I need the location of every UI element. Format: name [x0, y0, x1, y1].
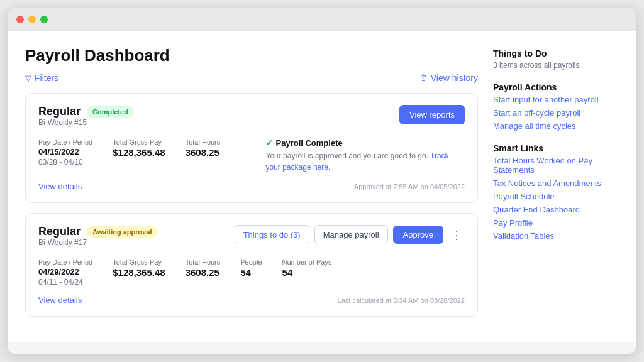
metric-date-value-2: 04/29/2022 — [38, 267, 92, 277]
minimize-button[interactable] — [28, 16, 36, 23]
card-info-title: ✓ Payroll Complete — [266, 138, 465, 148]
card-subtitle-awaiting: Bi-Weekly #17 — [38, 238, 158, 247]
view-reports-button[interactable]: View reports — [399, 105, 465, 124]
metric-date-sub-2: 04/11 - 04/24 — [38, 278, 92, 287]
metric-hours-value-2: 3608.25 — [186, 267, 221, 278]
view-details-link-completed[interactable]: View details — [38, 182, 82, 191]
payroll-card-completed: Regular Completed Bi-Weekly #15 View rep… — [25, 93, 478, 203]
page-content: Payroll Dashboard ▽ Filters ⏱ View histo… — [8, 31, 636, 342]
info-title-text: Payroll Complete — [276, 138, 343, 148]
badge-completed: Completed — [87, 106, 134, 118]
check-icon: ✓ — [266, 138, 273, 148]
metric-date-sub: 03/28 - 04/10 — [38, 158, 92, 167]
metric-hours-value: 3608.25 — [186, 147, 221, 158]
card-info-completed: ✓ Payroll Complete Your payroll is appro… — [253, 138, 465, 173]
card-title-awaiting: Regular — [38, 225, 80, 238]
badge-awaiting: Awaiting approval — [87, 226, 158, 238]
metric-label-num-pays: Number of Pays — [282, 258, 332, 266]
filters-label: Filters — [35, 73, 58, 83]
sidebar-link-start-input[interactable]: Start input for another payroll — [493, 95, 619, 104]
metric-label-people: People — [240, 258, 262, 266]
view-details-link-awaiting[interactable]: View details — [38, 295, 82, 305]
metric-pay-date-2: Pay Date / Period 04/29/2022 04/11 - 04/… — [38, 258, 92, 287]
metric-gross-pay-2: Total Gross Pay $128,365.48 — [113, 258, 165, 287]
filters-button[interactable]: ▽ Filters — [25, 73, 58, 83]
metric-label-hours: Total Hours — [186, 138, 221, 146]
approved-status-text: Approved at 7:55 AM on 04/05/2022 — [354, 183, 465, 190]
sidebar-heading-things-to-do: Things to Do — [493, 48, 619, 58]
metric-num-pays: Number of Pays 54 — [282, 258, 332, 287]
card-metrics-awaiting: Pay Date / Period 04/29/2022 04/11 - 04/… — [38, 258, 465, 287]
things-todo-button[interactable]: Things to do (3) — [235, 225, 309, 244]
view-history-label: View history — [431, 73, 478, 83]
card-body-completed: Pay Date / Period 04/15/2022 03/28 - 04/… — [38, 138, 465, 173]
page-title: Payroll Dashboard — [25, 46, 478, 65]
card-subtitle-completed: Bi-Weekly #15 — [38, 118, 134, 127]
sidebar-link-tax-notices[interactable]: Tax Notices and Amendments — [493, 178, 619, 188]
sidebar-smart-links: Smart Links Total Hours Worked on Pay St… — [493, 143, 619, 241]
titlebar — [8, 8, 636, 31]
card-footer-completed: View details Approved at 7:55 AM on 04/0… — [38, 182, 465, 191]
metric-label-gross: Total Gross Pay — [113, 138, 165, 146]
card-footer-awaiting: View details Last calculated at 5:34 AM … — [38, 295, 465, 305]
close-button[interactable] — [16, 16, 24, 23]
metric-label-pay-date: Pay Date / Period — [38, 138, 92, 146]
metric-people-value: 54 — [240, 267, 262, 278]
sidebar-heading-smart-links: Smart Links — [493, 143, 619, 153]
card-title-row-awaiting: Regular Awaiting approval — [38, 225, 158, 238]
sidebar-subtext-things-to-do: 3 items across all payrolls — [493, 61, 619, 70]
calculated-status-text: Last calculated at 5:34 AM on 03/28/2022 — [338, 297, 465, 304]
sidebar-link-off-cycle[interactable]: Start an off-cycle payroll — [493, 108, 619, 118]
more-options-button[interactable]: ⋮ — [448, 228, 465, 242]
card-metrics-completed: Pay Date / Period 04/15/2022 03/28 - 04/… — [38, 138, 238, 167]
metric-label-hours-2: Total Hours — [186, 258, 221, 266]
sidebar-things-to-do: Things to Do 3 items across all payrolls — [493, 48, 619, 70]
card-actions-awaiting: Things to do (3) Manage payroll Approve … — [235, 225, 465, 244]
card-info-text: Your payroll is approved and you are goo… — [266, 150, 465, 173]
card-header-awaiting: Regular Awaiting approval Bi-Weekly #17 … — [38, 225, 465, 256]
metric-num-pays-value: 54 — [282, 267, 332, 278]
maximize-button[interactable] — [40, 16, 48, 23]
metric-gross-value-2: $128,365.48 — [113, 267, 165, 278]
filter-icon: ▽ — [25, 74, 31, 83]
metric-pay-date: Pay Date / Period 04/15/2022 03/28 - 04/… — [38, 138, 92, 167]
card-body-awaiting: Pay Date / Period 04/29/2022 04/11 - 04/… — [38, 258, 465, 287]
card-header-completed: Regular Completed Bi-Weekly #15 View rep… — [38, 105, 465, 136]
sidebar-link-payroll-schedule[interactable]: Payroll Schedule — [493, 192, 619, 201]
metric-total-hours: Total Hours 3608.25 — [186, 138, 221, 167]
metric-total-hours-2: Total Hours 3608.25 — [186, 258, 221, 287]
main-area: Payroll Dashboard ▽ Filters ⏱ View histo… — [25, 46, 478, 327]
history-icon: ⏱ — [419, 74, 428, 83]
card-title-row: Regular Completed — [38, 105, 134, 118]
sidebar-heading-payroll-actions: Payroll Actions — [493, 82, 619, 92]
app-window: Payroll Dashboard ▽ Filters ⏱ View histo… — [8, 8, 636, 354]
sidebar-link-time-cycles[interactable]: Manage all time cycles — [493, 121, 619, 131]
sidebar-link-pay-profile[interactable]: Pay Profile — [493, 218, 619, 228]
sidebar-link-quarter-end[interactable]: Quarter End Dashboard — [493, 205, 619, 214]
approve-button[interactable]: Approve — [393, 226, 443, 244]
metric-label-gross-2: Total Gross Pay — [113, 258, 165, 266]
sidebar-link-validation-tables[interactable]: Validation Tables — [493, 231, 619, 241]
card-title-completed: Regular — [38, 105, 80, 118]
info-body-text: Your payroll is approved and you are goo… — [266, 151, 428, 160]
metric-gross-pay: Total Gross Pay $128,365.48 — [113, 138, 165, 167]
view-history-button[interactable]: ⏱ View history — [419, 73, 478, 83]
toolbar: ▽ Filters ⏱ View history — [25, 73, 478, 83]
metric-label-pay-date-2: Pay Date / Period — [38, 258, 92, 266]
metric-gross-value: $128,365.48 — [113, 147, 165, 158]
payroll-card-awaiting: Regular Awaiting approval Bi-Weekly #17 … — [25, 213, 478, 317]
manage-payroll-button[interactable]: Manage payroll — [314, 225, 388, 244]
sidebar: Things to Do 3 items across all payrolls… — [493, 46, 619, 327]
traffic-lights — [16, 16, 48, 23]
sidebar-payroll-actions: Payroll Actions Start input for another … — [493, 82, 619, 131]
metric-people: People 54 — [240, 258, 262, 287]
metric-date-value: 04/15/2022 — [38, 147, 92, 156]
sidebar-link-total-hours[interactable]: Total Hours Worked on Pay Statements — [493, 156, 619, 175]
